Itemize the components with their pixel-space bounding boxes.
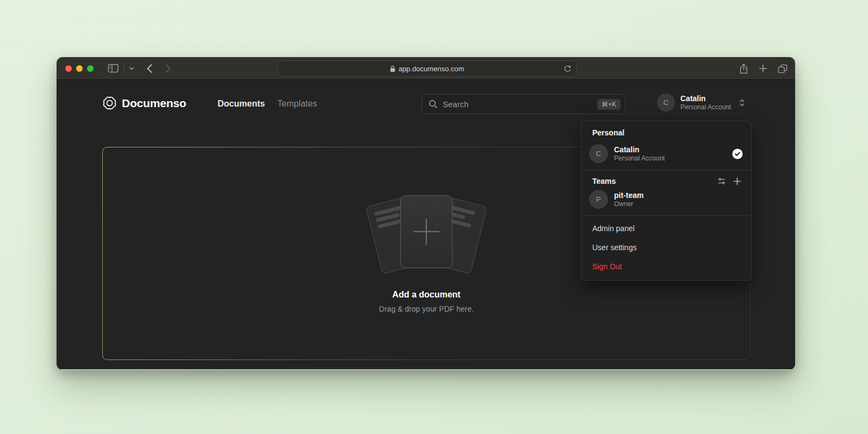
menu-item-admin-panel[interactable]: Admin panel [581, 219, 751, 238]
plus-icon [426, 219, 427, 245]
documents-illustration [368, 194, 485, 271]
add-team-icon[interactable] [733, 177, 741, 185]
add-document-card [400, 195, 452, 268]
menu-item-user-settings[interactable]: User settings [581, 238, 751, 257]
forward-button-icon[interactable] [165, 64, 171, 73]
app-page: Documenso Documents Templates Search ⌘+K… [57, 80, 795, 369]
account-name: Catalin [614, 145, 665, 154]
teams-section-label: Teams [592, 177, 616, 185]
search-shortcut-badge: ⌘+K [597, 99, 621, 110]
teams-section-header: Teams [581, 173, 751, 188]
menu-divider [581, 215, 751, 216]
browser-toolbar: app.documenso.com [57, 57, 795, 80]
check-circle-icon [732, 148, 743, 159]
zoom-window-button[interactable] [87, 65, 94, 72]
lock-icon [390, 65, 395, 72]
search-icon [429, 100, 438, 109]
account-type: Personal Account [614, 154, 665, 163]
dropzone-title: Add a document [392, 290, 460, 300]
search-input[interactable]: Search ⌘+K [421, 94, 625, 114]
back-button-icon[interactable] [146, 64, 153, 73]
new-tab-icon[interactable] [759, 64, 767, 73]
share-icon[interactable] [739, 64, 748, 74]
window-controls [57, 65, 94, 72]
toolbar-right-actions [739, 57, 788, 80]
account-name: Catalin [680, 94, 731, 103]
team-name: pit-team [614, 191, 643, 200]
team-settings-icon[interactable] [717, 177, 726, 185]
brand-name: Documenso [122, 97, 186, 110]
url-text: app.documenso.com [399, 65, 464, 73]
menu-divider [581, 170, 751, 170]
close-window-button[interactable] [65, 65, 72, 72]
nav-link-templates[interactable]: Templates [277, 99, 317, 109]
browser-window: app.documenso.com [57, 57, 795, 370]
toolbar-divider [123, 64, 124, 73]
tab-overview-icon[interactable] [778, 64, 788, 73]
personal-section-label: Personal [581, 121, 751, 142]
reload-icon[interactable] [564, 65, 571, 72]
address-bar[interactable]: app.documenso.com [277, 60, 576, 77]
team-item[interactable]: P pit-team Owner [581, 188, 751, 213]
menu-item-sign-out[interactable]: Sign Out [581, 257, 751, 276]
account-type: Personal Account [680, 103, 731, 111]
dropzone-subtitle: Drag & drop your PDF here. [379, 305, 474, 313]
brand[interactable]: Documenso [102, 96, 186, 110]
nav-link-documents[interactable]: Documents [218, 99, 265, 109]
avatar: C [657, 94, 675, 111]
documenso-logo-icon [102, 96, 117, 110]
up-down-chevrons-icon [739, 98, 746, 107]
personal-account-item[interactable]: C Catalin Personal Account [581, 142, 751, 167]
avatar: C [589, 144, 608, 163]
minimize-window-button[interactable] [76, 65, 83, 72]
sidebar-toggle-icon[interactable] [108, 64, 119, 73]
toolbar-chevron-down-icon[interactable] [129, 66, 134, 70]
team-role: Owner [614, 200, 643, 208]
account-menu: Personal C Catalin Personal Account Team… [581, 121, 752, 281]
avatar: P [589, 190, 608, 209]
search-placeholder: Search [443, 100, 592, 109]
account-menu-trigger[interactable]: C Catalin Personal Account [657, 94, 746, 111]
